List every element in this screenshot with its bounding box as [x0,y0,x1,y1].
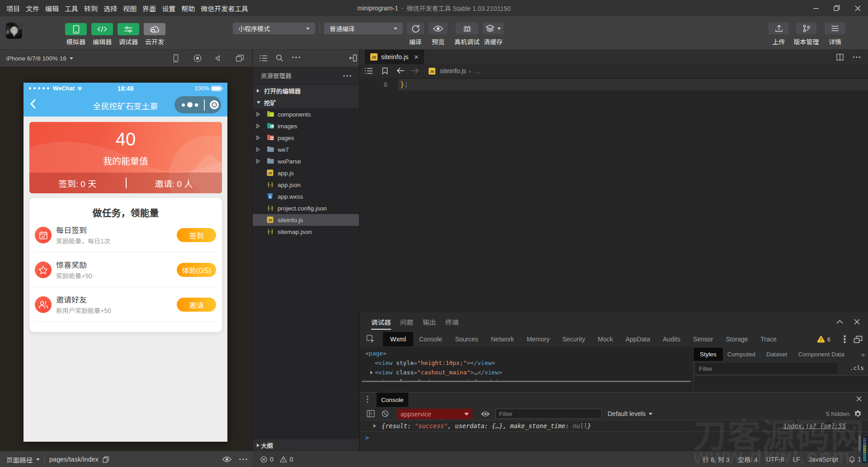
encoding[interactable]: UTF-8 [766,456,784,463]
maximize-button[interactable] [826,0,847,16]
styles-tab-Computed[interactable]: Computed [727,351,755,358]
cursor-position[interactable]: 行 8, 列 3 [703,455,729,464]
mode-button-云开发[interactable] [144,23,165,35]
task-action-button[interactable]: 邀请 [177,298,216,312]
capsule-menu[interactable] [175,96,221,113]
wxml-element-row[interactable]: <view class="cashout_maina">…</view> [360,368,693,377]
split-editor-icon[interactable] [836,54,844,61]
action-button-上传[interactable] [769,23,789,34]
inspect-element-icon[interactable] [366,335,375,344]
cls-toggle[interactable]: .cls [850,364,864,371]
tree-item-wxParse[interactable]: wxParse [253,155,359,167]
page-path-label[interactable]: 页面路径 [6,455,33,464]
warning-count[interactable]: 6 [817,336,830,343]
status-more-icon[interactable] [239,458,248,461]
expand-log-icon[interactable] [373,424,376,428]
breadcrumb-more[interactable]: ... [474,67,481,75]
styles-more-icon[interactable]: » [861,351,865,358]
context-select[interactable]: appservice [397,409,472,419]
menu-7[interactable]: 界面 [142,4,156,13]
console-menu-icon[interactable] [367,396,368,403]
devtools-tab-Mock[interactable]: Mock [598,336,613,343]
menu-8[interactable]: 设置 [162,4,175,13]
nav-back-icon[interactable] [396,67,405,74]
page-path-value[interactable]: pages/task/index [49,456,99,463]
expand-icon[interactable] [370,371,373,374]
debugger-tab-输出[interactable]: 输出 [423,312,436,331]
styles-tab-Dataset[interactable]: Dataset [766,351,788,358]
action-button-真机调试[interactable] [456,23,478,34]
tree-item-components[interactable]: components [253,108,359,120]
action-button-版本管理[interactable] [796,23,816,34]
search-icon[interactable] [276,54,283,62]
mode-button-模拟器[interactable] [65,23,87,35]
preview-eye-icon[interactable] [222,456,231,462]
action-button-清缓存[interactable] [483,23,504,34]
console-prompt-chevron[interactable]: > [365,434,369,441]
console-filter-input[interactable] [495,409,602,419]
tree-item-app.js[interactable]: JSapp.js [253,167,359,179]
close-console-icon[interactable] [856,396,862,402]
menu-2[interactable]: 编辑 [45,4,59,13]
devtools-tab-Storage[interactable]: Storage [726,336,748,343]
tree-item-app.json[interactable]: app.json [253,179,359,191]
action-button-详情[interactable] [825,23,845,34]
devtools-tab-Trace[interactable]: Trace [761,336,777,343]
user-avatar[interactable] [6,23,22,39]
multi-window-icon[interactable] [236,54,244,62]
outline-section[interactable]: 大纲 [253,439,359,451]
mode-select[interactable]: 小程序模式 [233,23,315,34]
tree-item-pages[interactable]: pages [253,132,359,144]
devtools-tab-AppData[interactable]: AppData [626,336,650,343]
task-action-button[interactable]: 体验(0/5) [177,263,216,277]
wxml-element-row[interactable]: <page> [360,349,693,358]
action-button-编译[interactable] [407,23,424,34]
styles-filter-input[interactable] [695,363,838,374]
console-log-row[interactable]: {result: "success", userdata: {…}, make_… [360,420,868,432]
debugger-tab-问题[interactable]: 问题 [400,312,413,331]
close-panel-icon[interactable] [854,319,860,325]
debugger-tab-调试器[interactable]: 调试器 [371,312,391,331]
code-area[interactable]: 8 }; [359,78,868,312]
devtools-tab-Memory[interactable]: Memory [527,336,550,343]
styles-tab-Styles[interactable]: Styles [693,348,723,361]
collapse-panel-icon[interactable] [836,320,843,324]
problems-status[interactable]: 0 0 [260,451,293,467]
open-editors-list-icon[interactable] [259,55,268,62]
devtools-tab-Network[interactable]: Network [491,336,514,343]
language-mode[interactable]: JavaScript [809,456,838,463]
breadcrumb-file[interactable]: siteinfo.js [440,67,466,75]
styles-tab-Component Data[interactable]: Component Data [798,351,844,358]
device-selector[interactable]: iPhone 6/7/8 100% 16 [6,50,73,67]
devtools-more-icon[interactable] [844,335,846,343]
exit-icon[interactable] [210,100,219,109]
console-sidebar-icon[interactable] [367,410,375,417]
tree-section-打开的编辑器[interactable]: 打开的编辑器 [253,85,359,97]
console-settings-icon[interactable] [854,410,862,418]
tree-section-挖矿[interactable]: 挖矿 [253,97,359,108]
devtools-tab-Sensor[interactable]: Sensor [693,336,713,343]
nav-forward-icon[interactable] [411,67,419,74]
rotate-device-icon[interactable] [172,54,179,62]
sound-icon[interactable] [215,54,223,62]
menu-1[interactable]: 文件 [26,4,39,13]
mode-button-调试器[interactable] [118,23,139,35]
devtools-tab-Audits[interactable]: Audits [663,336,680,343]
menu-0[interactable]: 项目 [6,4,20,13]
devtools-tab-Console[interactable]: Console [419,336,442,343]
clear-console-icon[interactable] [382,410,389,417]
tree-item-we7[interactable]: we7 [253,144,359,155]
console-tab[interactable]: Console [377,392,408,407]
minimize-button[interactable] [806,0,826,16]
indentation[interactable]: 空格: 4 [738,455,758,464]
compile-select[interactable]: 普通编译 [324,23,403,34]
outline-icon[interactable] [365,68,373,74]
menu-5[interactable]: 选择 [104,4,117,13]
mode-button-编辑器[interactable] [91,23,113,35]
bookmark-icon[interactable] [382,67,388,75]
stop-icon[interactable] [193,54,202,62]
tree-item-images[interactable]: images [253,120,359,132]
menu-3[interactable]: 工具 [65,4,78,13]
menu-4[interactable]: 转到 [84,4,98,13]
collapse-panel-icon[interactable] [349,54,357,62]
